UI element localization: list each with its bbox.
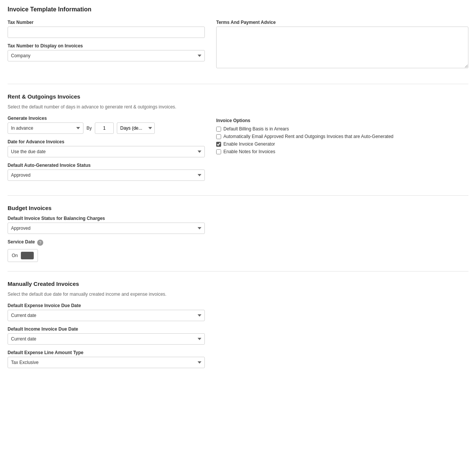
- tax-display-label: Tax Number to Display on Invoices: [8, 43, 205, 49]
- expense-line-select[interactable]: Tax Exclusive Tax Inclusive No Tax: [8, 357, 205, 368]
- tax-number-label: Tax Number: [8, 20, 205, 25]
- terms-field-group: Terms And Payment Advice: [216, 20, 468, 69]
- generate-invoices-field-group: Generate Invoices In advance In arrears …: [8, 116, 205, 134]
- invoice-options: Invoice Options Default Billing Basis is…: [216, 118, 468, 154]
- date-advance-select[interactable]: Use the due date Use the start date Use …: [8, 146, 205, 157]
- checkbox-arrears-label: Default Billing Basis is in Arrears: [223, 126, 289, 132]
- checkbox-generator-label: Enable Invoice Generator: [223, 141, 275, 147]
- service-date-field-group: Service Date ? On: [8, 239, 468, 262]
- rent-outgoings-title: Rent & Outgoings Invoices: [8, 93, 468, 100]
- date-advance-label: Date for Advance Invoices: [8, 139, 205, 144]
- tax-display-field-group: Tax Number to Display on Invoices Compan…: [8, 43, 205, 61]
- income-due-label: Default Income Invoice Due Date: [8, 326, 468, 332]
- page-title: Invoice Template Information: [8, 6, 468, 13]
- checkbox-notes[interactable]: [216, 149, 221, 154]
- service-date-help-icon[interactable]: ?: [37, 240, 43, 246]
- manually-created-section: Manually Created Invoices Select the def…: [8, 281, 468, 368]
- expense-line-field-group: Default Expense Line Amount Type Tax Exc…: [8, 350, 468, 368]
- expense-due-field-group: Default Expense Invoice Due Date Current…: [8, 303, 468, 321]
- manually-created-title: Manually Created Invoices: [8, 281, 468, 287]
- default-status-field-group: Default Auto-Generated Invoice Status Ap…: [8, 163, 205, 181]
- divider-1: [8, 84, 468, 84]
- expense-line-label: Default Expense Line Amount Type: [8, 350, 468, 355]
- checkbox-arrears[interactable]: [216, 127, 221, 132]
- generate-invoices-label: Generate Invoices: [8, 116, 205, 121]
- balancing-status-label: Default Invoice Status for Balancing Cha…: [8, 216, 468, 221]
- balancing-status-select[interactable]: Approved Draft Pending: [8, 223, 205, 234]
- budget-invoices-title: Budget Invoices: [8, 205, 468, 211]
- expense-due-select[interactable]: Current date Invoice date Custom: [8, 310, 205, 321]
- income-due-select[interactable]: Current date Invoice date Custom: [8, 333, 205, 345]
- toggle-container[interactable]: On: [8, 249, 38, 262]
- generate-invoices-select[interactable]: In advance In arrears: [8, 122, 83, 134]
- by-label: By: [86, 125, 92, 131]
- checkbox-arrears-row: Default Billing Basis is in Arrears: [216, 126, 468, 132]
- tax-number-input[interactable]: [8, 27, 205, 38]
- checkbox-email-row: Automatically Email Approved Rent and Ou…: [216, 134, 468, 139]
- by-value-input[interactable]: [95, 122, 114, 134]
- terms-label: Terms And Payment Advice: [216, 20, 468, 25]
- checkbox-notes-label: Enable Notes for Invoices: [223, 149, 275, 154]
- tax-display-select[interactable]: Company Individual Both: [8, 50, 205, 61]
- toggle-switch[interactable]: [21, 252, 34, 259]
- service-date-label: Service Date: [8, 239, 35, 245]
- days-select[interactable]: Days (de... Weeks Months: [117, 122, 155, 134]
- divider-3: [8, 271, 468, 271]
- budget-invoices-section: Budget Invoices Default Invoice Status f…: [8, 205, 468, 262]
- checkbox-generator-row: Enable Invoice Generator: [216, 141, 468, 147]
- checkbox-notes-row: Enable Notes for Invoices: [216, 149, 468, 154]
- expense-due-label: Default Expense Invoice Due Date: [8, 303, 468, 308]
- default-status-select[interactable]: Approved Draft Pending: [8, 169, 205, 181]
- toggle-on-label: On: [12, 253, 18, 258]
- checkbox-email[interactable]: [216, 134, 221, 139]
- income-due-field-group: Default Income Invoice Due Date Current …: [8, 326, 468, 345]
- service-date-header: Service Date ?: [8, 239, 468, 246]
- generate-invoices-row: In advance In arrears By Days (de... Wee…: [8, 122, 205, 134]
- invoice-template-section: Tax Number Tax Number to Display on Invo…: [8, 20, 468, 75]
- manually-created-subtitle: Select the default due date for manually…: [8, 292, 468, 297]
- rent-outgoings-subtitle: Select the default number of days in adv…: [8, 104, 468, 110]
- divider-2: [8, 195, 468, 196]
- checkbox-generator[interactable]: [216, 142, 221, 147]
- tax-number-field-group: Tax Number: [8, 20, 205, 38]
- invoice-options-title: Invoice Options: [216, 118, 468, 123]
- balancing-status-field-group: Default Invoice Status for Balancing Cha…: [8, 216, 468, 234]
- terms-textarea[interactable]: [216, 27, 468, 68]
- default-status-label: Default Auto-Generated Invoice Status: [8, 163, 205, 168]
- checkbox-email-label: Automatically Email Approved Rent and Ou…: [223, 134, 393, 139]
- date-advance-field-group: Date for Advance Invoices Use the due da…: [8, 139, 205, 157]
- rent-outgoings-section: Rent & Outgoings Invoices Select the def…: [8, 93, 468, 186]
